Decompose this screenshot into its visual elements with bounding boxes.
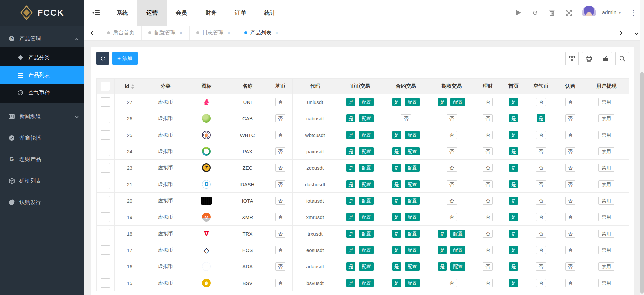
toggle-yes-badge[interactable]: 是: [392, 164, 401, 172]
config-button[interactable]: 配置: [359, 131, 374, 139]
toggle-no-badge[interactable]: 否: [447, 279, 457, 287]
print-button[interactable]: [582, 52, 595, 65]
row-checkbox[interactable]: [101, 245, 110, 255]
toggle-no-badge[interactable]: 否: [565, 197, 575, 205]
config-button[interactable]: 配置: [405, 246, 420, 254]
toggle-no-badge[interactable]: 否: [565, 114, 575, 122]
toggle-yes-badge[interactable]: 是: [346, 197, 355, 205]
tabs-scroll-right-button[interactable]: [612, 26, 628, 40]
toggle-no-badge[interactable]: 否: [565, 147, 575, 155]
toggle-no-badge[interactable]: 否: [275, 164, 285, 172]
toggle-yes-badge[interactable]: 是: [346, 114, 355, 122]
toggle-no-badge[interactable]: 否: [275, 230, 285, 238]
toggle-yes-badge[interactable]: 是: [392, 213, 401, 221]
toggle-no-badge[interactable]: 否: [565, 262, 575, 271]
toggle-yes-badge[interactable]: 是: [438, 262, 447, 271]
config-button[interactable]: 配置: [359, 213, 374, 221]
config-button[interactable]: 配置: [405, 262, 420, 271]
toggle-yes-badge[interactable]: 是: [346, 98, 355, 106]
toggle-no-badge[interactable]: 否: [536, 230, 546, 238]
sidebar-item-popup-carousel[interactable]: 弹窗轮播: [0, 130, 84, 146]
topnav-item[interactable]: 订单: [226, 0, 255, 26]
toggle-yes-badge[interactable]: 是: [509, 213, 518, 221]
toggle-no-badge[interactable]: 否: [275, 180, 285, 188]
page-scrollbar[interactable]: [640, 0, 644, 295]
toggle-yes-badge[interactable]: 是: [346, 213, 355, 221]
tab-item[interactable]: 日志管理×: [190, 26, 237, 40]
menu-shrink-icon[interactable]: [84, 10, 108, 16]
toggle-no-badge[interactable]: 否: [447, 213, 457, 221]
toggle-yes-badge[interactable]: 是: [509, 131, 518, 139]
toggle-yes-badge[interactable]: 是: [392, 230, 401, 238]
topnav-item[interactable]: 系统: [108, 0, 137, 26]
toggle-no-badge[interactable]: 否: [483, 279, 493, 287]
toggle-yes-badge[interactable]: 是: [346, 262, 355, 271]
toggle-no-badge[interactable]: 否: [483, 213, 493, 221]
toggle-no-badge[interactable]: 否: [483, 262, 493, 271]
toggle-yes-badge[interactable]: 是: [392, 246, 401, 254]
close-icon[interactable]: ×: [227, 30, 230, 36]
config-button[interactable]: 配置: [359, 262, 374, 271]
close-icon[interactable]: ×: [275, 30, 278, 36]
tabs-scroll-left-button[interactable]: [84, 26, 100, 40]
tab-item[interactable]: 产品列表×: [237, 26, 285, 40]
config-button[interactable]: 配置: [405, 98, 420, 106]
config-button[interactable]: 配置: [405, 279, 420, 287]
toggle-no-badge[interactable]: 否: [565, 164, 575, 172]
config-button[interactable]: 配置: [359, 197, 374, 205]
toggle-yes-badge[interactable]: 是: [392, 147, 401, 155]
toggle-no-badge[interactable]: 否: [275, 147, 285, 155]
config-button[interactable]: 配置: [359, 114, 374, 122]
toggle-yes-badge[interactable]: 是: [509, 98, 518, 106]
config-button[interactable]: 配置: [359, 246, 374, 254]
config-button[interactable]: 配置: [359, 98, 374, 106]
more-vertical-icon[interactable]: ⋮: [630, 9, 637, 17]
scrollbar-thumb[interactable]: [640, 72, 644, 294]
withdraw-disabled-badge[interactable]: 禁用: [598, 98, 614, 106]
config-button[interactable]: 配置: [450, 230, 465, 238]
config-button[interactable]: 配置: [359, 279, 374, 287]
withdraw-disabled-badge[interactable]: 禁用: [598, 197, 614, 205]
toggle-yes-badge[interactable]: 是: [537, 114, 545, 122]
fullscreen-icon[interactable]: [565, 9, 573, 16]
sidebar-item-subscription-issue[interactable]: 认购发行: [0, 194, 84, 211]
row-checkbox[interactable]: [101, 229, 110, 238]
withdraw-disabled-badge[interactable]: 禁用: [598, 213, 614, 221]
toggle-yes-badge[interactable]: 是: [346, 230, 355, 238]
toggle-no-badge[interactable]: 否: [401, 114, 411, 122]
toggle-no-badge[interactable]: 否: [447, 131, 457, 139]
withdraw-disabled-badge[interactable]: 禁用: [598, 131, 614, 139]
toggle-yes-badge[interactable]: 是: [392, 180, 401, 188]
toggle-no-badge[interactable]: 否: [536, 180, 546, 188]
config-button[interactable]: 配置: [405, 147, 420, 155]
sidebar-item-product-management[interactable]: P 产品管理: [0, 30, 84, 47]
toggle-yes-badge[interactable]: 是: [509, 262, 518, 271]
toggle-no-badge[interactable]: 否: [565, 246, 575, 254]
withdraw-disabled-badge[interactable]: 禁用: [598, 180, 614, 188]
row-checkbox[interactable]: [101, 163, 110, 173]
toggle-no-badge[interactable]: 否: [565, 230, 575, 238]
toggle-yes-badge[interactable]: 是: [509, 230, 518, 238]
toggle-yes-badge[interactable]: 是: [392, 98, 401, 106]
withdraw-disabled-badge[interactable]: 禁用: [598, 262, 614, 271]
columns-filter-button[interactable]: [565, 52, 579, 65]
toggle-yes-badge[interactable]: 是: [392, 279, 401, 287]
toggle-no-badge[interactable]: 否: [536, 98, 546, 106]
toggle-yes-badge[interactable]: 是: [509, 279, 518, 287]
config-button[interactable]: 配置: [450, 98, 465, 106]
sidebar-item-wealth-products[interactable]: G 理财产品: [0, 151, 84, 168]
topnav-item[interactable]: 会员: [167, 0, 196, 26]
toggle-yes-badge[interactable]: 是: [392, 197, 401, 205]
withdraw-disabled-badge[interactable]: 禁用: [598, 279, 614, 287]
toggle-no-badge[interactable]: 否: [275, 98, 285, 106]
config-button[interactable]: 配置: [359, 180, 374, 188]
topnav-item[interactable]: 运营: [137, 0, 167, 26]
toggle-yes-badge[interactable]: 是: [346, 180, 355, 188]
toggle-no-badge[interactable]: 否: [483, 230, 493, 238]
refresh-table-button[interactable]: [96, 52, 109, 65]
row-checkbox[interactable]: [101, 212, 110, 222]
close-icon[interactable]: ×: [179, 30, 182, 36]
toggle-no-badge[interactable]: 否: [483, 164, 493, 172]
sort-icon[interactable]: [131, 84, 135, 89]
sidebar-item-air-coins[interactable]: 空气币种: [0, 84, 84, 101]
